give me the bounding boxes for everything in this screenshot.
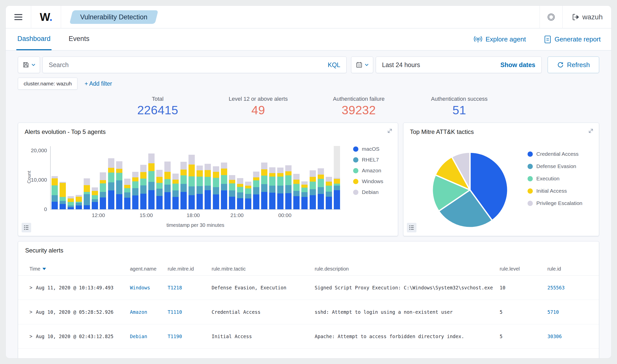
filter-pill[interactable]: cluster.name: wazuh [18,78,77,90]
column-header[interactable]: Time [29,266,130,272]
add-filter-button[interactable]: + Add filter [84,80,112,87]
pie-legend: Credential AccessDefense EvasionExecutio… [528,151,582,206]
legend-dot-icon [528,151,533,157]
explore-agent-button[interactable]: Explore agent [473,35,526,44]
space-selector-button[interactable] [540,6,562,28]
column-header[interactable]: rule.id [547,266,588,272]
expand-panel-button[interactable] [587,127,594,134]
legend-item[interactable]: Initial Access [528,188,582,194]
legend-dot-icon [528,201,533,206]
legend-item[interactable]: Privilege Escalation [528,200,582,206]
legend-toggle-button[interactable] [22,223,31,232]
legend-label: Amazon [362,168,381,174]
expand-panel-button[interactable] [386,127,393,134]
bar-plot: 010,00020,00012:0015:0018:0021:0000:00 [50,146,341,210]
legend-item[interactable]: Credential Access [528,151,582,157]
legend-item[interactable]: Windows [353,178,383,184]
metric-label: Level 12 or above alerts [208,96,309,102]
cell-link[interactable]: Debian [130,334,147,339]
table-cell: 255563 [547,285,588,290]
table-cell: >Aug 10, 2020 @ 02:43:12.825 [29,334,130,339]
legend-item[interactable]: macOS [353,146,383,152]
app-window: W. Vulnerability Detection wazuh [6,6,611,358]
cell-link[interactable]: T1218 [168,285,182,290]
kql-toggle[interactable]: KQL [328,61,340,69]
tab-events[interactable]: Events [68,28,90,50]
ring-icon [547,13,555,21]
dashboard-content: KQL Last 24 hours Show dates [6,50,611,358]
wazuh-logo[interactable]: W. [31,11,61,23]
stacked-bar [245,182,251,209]
filter-bar: cluster.name: wazuh + Add filter [18,78,599,90]
table-cell: 10 [500,285,547,290]
legend-dot-icon [353,179,358,184]
legend-item[interactable]: RHEL7 [353,157,383,163]
logout-icon [571,13,579,21]
column-header[interactable]: rule.description [315,266,500,272]
quick-ranges-button[interactable] [351,57,373,73]
stacked-bar [261,163,267,209]
cell-link[interactable]: T1190 [168,334,182,339]
time-range-value[interactable]: Last 24 hours [382,61,420,69]
stacked-bar [269,167,275,209]
table-cell: 30306 [547,334,588,339]
cell-link[interactable]: Windows [130,285,150,290]
show-dates-button[interactable]: Show dates [500,61,535,69]
cell-link[interactable]: 30306 [547,334,562,339]
column-header[interactable]: rule.mitre.id [168,266,212,272]
table-row[interactable]: >Aug 10, 2020 @ 05:28:52.926AmazonT1110C… [18,300,599,324]
mitre-tactics-panel: Top Mitre ATT&K tactics Credential Acces… [403,123,599,236]
table-cell: Debian [130,334,168,339]
metric-value: 51 [409,103,510,117]
refresh-button[interactable]: Refresh [548,57,599,73]
save-icon [23,62,29,68]
metric-label: Total [108,96,208,102]
legend-label: RHEL7 [362,157,379,163]
legend-item[interactable]: Debian [353,189,383,195]
expand-row-icon[interactable]: > [29,309,32,315]
cell-link[interactable]: Amazon [130,309,147,315]
legend-label: Privilege Escalation [536,200,582,206]
panel-title: Security alerts [25,247,63,254]
column-header[interactable]: rule.mitre.tactic [212,266,315,272]
table-cell: 5710 [547,309,588,315]
logout-button[interactable]: wazuh [563,6,611,28]
stacked-bar [229,175,235,209]
table-row[interactable]: >Aug 10, 2020 @ 02:43:12.825DebianT1190I… [18,324,599,349]
legend-label: Debian [362,189,379,195]
cell-link[interactable]: T1110 [168,309,182,315]
chart-legend: macOSRHEL7AmazonWindowsDebian [353,146,383,195]
column-header[interactable]: rule.level [500,266,547,272]
table-row[interactable]: >Aug 11, 2020 @ 10:13:49.493WindowsT1218… [18,276,599,300]
tab-dashboard[interactable]: Dashboard [16,28,52,50]
stacked-bar [293,174,300,209]
expand-icon [386,127,393,134]
legend-dot-icon [528,188,533,194]
expand-row-icon[interactable]: > [29,285,32,291]
expand-row-icon[interactable]: > [29,334,32,339]
table-cell: Apache: Attempt to access forbidden dire… [315,334,500,339]
list-icon [409,225,414,230]
legend-label: Windows [362,178,383,184]
calendar-icon [356,62,362,68]
saved-queries-button[interactable] [18,57,40,73]
legend-item[interactable]: Execution [528,176,582,182]
stacked-bar [253,172,259,209]
table-cell: >Aug 11, 2020 @ 10:13:49.493 [29,285,130,291]
search-input[interactable] [49,61,324,69]
metric-value: 49 [208,103,309,117]
legend-item[interactable]: Defense Evasion [528,163,582,169]
table-header: Timeagent.namerule.mitre.idrule.mitre.ta… [18,263,599,276]
cell-link[interactable]: 255563 [547,285,565,290]
generate-report-button[interactable]: Generate report [544,35,601,44]
menu-icon[interactable] [6,6,31,28]
stacked-bar [334,146,340,209]
column-header[interactable]: agent.name [130,266,168,272]
legend-dot-icon [353,190,358,195]
cell-link[interactable]: 5710 [547,309,559,315]
metric-label: Authentication success [409,96,510,102]
legend-item[interactable]: Amazon [353,168,383,174]
legend-toggle-button[interactable] [407,223,416,232]
metric-label: Authentication failure [309,96,409,102]
x-axis-title: timestamp per 30 minutes [50,222,341,228]
